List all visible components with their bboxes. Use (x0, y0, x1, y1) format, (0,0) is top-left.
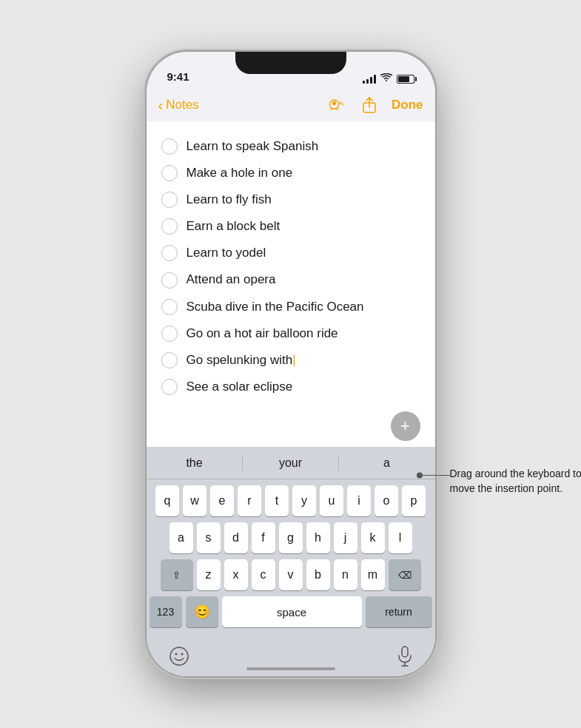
item-text-7: Scuba dive in the Pacific Ocean (187, 299, 364, 315)
item-text-4: Earn a block belt (187, 218, 281, 235)
checkbox-6[interactable] (161, 272, 178, 289)
phone-frame: 9:41 (147, 52, 435, 676)
home-indicator (246, 667, 335, 670)
key-w[interactable]: w (183, 485, 206, 516)
status-time: 9:41 (167, 70, 189, 84)
checklist-item-5: Learn to yodel (161, 240, 420, 266)
key-e[interactable]: e (210, 485, 234, 516)
checklist-item-3: Learn to fly fish (161, 186, 420, 213)
checkbox-4[interactable] (161, 218, 178, 235)
checklist-item-2: Make a hole in one (161, 160, 420, 186)
item-text-10: See a solar eclipse (187, 379, 293, 395)
checkbox-8[interactable] (161, 326, 178, 342)
key-u[interactable]: u (320, 485, 343, 516)
battery-icon (397, 75, 414, 84)
svg-point-2 (339, 101, 342, 104)
status-icons (363, 73, 414, 84)
checkbox-2[interactable] (161, 165, 178, 181)
checklist-item-10: See a solar eclipse (161, 374, 420, 400)
key-numbers[interactable]: 123 (150, 596, 182, 627)
item-text-3: Learn to fly fish (187, 192, 272, 208)
bottom-bar (147, 639, 435, 676)
key-f[interactable]: f (252, 522, 275, 553)
key-h[interactable]: h (306, 522, 330, 553)
item-text-8: Go on a hot air balloon ride (187, 326, 338, 342)
item-text-6: Attend an opera (187, 272, 276, 288)
emoji-keyboard-icon[interactable] (169, 646, 189, 670)
key-emoji[interactable]: 😊 (186, 596, 218, 627)
item-text-9: Go spelunking with (187, 352, 296, 368)
checkbox-3[interactable] (161, 192, 178, 208)
checklist-item-6: Attend an opera (161, 266, 420, 293)
add-button[interactable]: + (391, 411, 420, 441)
key-return[interactable]: return (366, 596, 432, 627)
key-z[interactable]: z (197, 559, 221, 590)
checkbox-9[interactable] (161, 352, 178, 368)
key-b[interactable]: b (306, 559, 330, 590)
key-r[interactable]: r (238, 485, 261, 516)
checkbox-7[interactable] (161, 299, 178, 315)
keyboard-row-2: a s d f g h j k l (150, 522, 432, 553)
key-v[interactable]: v (279, 559, 303, 590)
key-k[interactable]: k (361, 522, 385, 553)
autocomplete-word-1[interactable]: the (147, 451, 243, 476)
mic-icon[interactable] (397, 646, 413, 670)
back-label: Notes (166, 98, 198, 112)
checklist-item-1: Learn to speak Spanish (161, 133, 420, 160)
done-button[interactable]: Done (392, 98, 423, 112)
note-content: Learn to speak SpanishMake a hole in one… (147, 121, 435, 447)
key-n[interactable]: n (334, 559, 357, 590)
autocomplete-word-3[interactable]: a (339, 451, 435, 476)
item-text-2: Make a hole in one (187, 165, 293, 181)
svg-point-3 (342, 103, 345, 106)
key-i[interactable]: i (347, 485, 371, 516)
checkbox-5[interactable] (161, 245, 178, 261)
keyboard-rows: q w e r t y u i o p a s d f g (147, 479, 435, 630)
svg-point-1 (332, 101, 336, 105)
key-m[interactable]: m (361, 559, 385, 590)
key-shift[interactable]: ⇧ (161, 559, 193, 590)
share-icon[interactable] (359, 95, 380, 115)
checklist-item-7: Scuba dive in the Pacific Ocean (161, 294, 420, 320)
key-space[interactable]: space (222, 596, 362, 627)
key-s[interactable]: s (197, 522, 221, 553)
annotation: Drag around the keyboard to move the ins… (450, 466, 582, 496)
checklist-item-4: Earn a block belt (161, 213, 420, 240)
autocomplete-bar: the your a (147, 447, 435, 479)
key-j[interactable]: j (334, 522, 357, 553)
item-text-5: Learn to yodel (187, 245, 266, 261)
svg-rect-8 (402, 647, 408, 657)
checklist-item-8: Go on a hot air balloon ride (161, 320, 420, 347)
key-l[interactable]: l (389, 522, 412, 553)
notch (235, 52, 346, 74)
checkbox-10[interactable] (161, 379, 178, 395)
key-c[interactable]: c (252, 559, 275, 590)
key-o[interactable]: o (375, 485, 398, 516)
checkbox-1[interactable] (161, 138, 178, 155)
key-y[interactable]: y (292, 485, 316, 516)
svg-point-5 (170, 647, 188, 665)
key-x[interactable]: x (224, 559, 248, 590)
key-q[interactable]: q (155, 485, 179, 516)
annotation-text: Drag around the keyboard to move the ins… (450, 466, 582, 496)
back-chevron-icon: ‹ (158, 97, 164, 114)
wifi-icon (380, 73, 392, 84)
back-button[interactable]: ‹ Notes (158, 97, 199, 114)
key-p[interactable]: p (402, 485, 426, 516)
svg-point-6 (175, 653, 177, 655)
key-a[interactable]: a (169, 522, 193, 553)
item-text-1: Learn to speak Spanish (187, 138, 319, 155)
keyboard-row-1: q w e r t y u i o p (150, 485, 432, 516)
keyboard-row-4: 123 😊 space return (150, 596, 432, 627)
nav-actions: Done (326, 95, 423, 115)
signal-icon (363, 75, 376, 84)
keyboard-row-3: ⇧ z x c v b n m ⌫ (150, 559, 432, 590)
autocomplete-word-2[interactable]: your (243, 451, 339, 476)
key-t[interactable]: t (265, 485, 289, 516)
collaboration-icon[interactable] (326, 95, 347, 115)
key-d[interactable]: d (224, 522, 248, 553)
svg-point-7 (181, 653, 183, 655)
nav-bar: ‹ Notes (147, 89, 435, 121)
key-delete[interactable]: ⌫ (389, 559, 421, 590)
key-g[interactable]: g (279, 522, 303, 553)
